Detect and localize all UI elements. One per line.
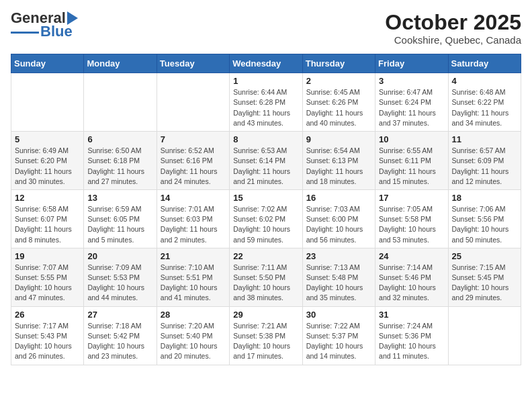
day-info-12: Sunrise: 6:58 AM Sunset: 6:07 PM Dayligh… <box>15 204 80 245</box>
day-number-14: 14 <box>161 193 226 203</box>
day-number-17: 17 <box>379 193 444 203</box>
day-cell-14: 14Sunrise: 7:01 AM Sunset: 6:03 PM Dayli… <box>157 189 229 248</box>
day-number-18: 18 <box>452 193 517 203</box>
day-cell-9: 9Sunrise: 6:54 AM Sunset: 6:13 PM Daylig… <box>302 132 375 190</box>
day-cell-12: 12Sunrise: 6:58 AM Sunset: 6:07 PM Dayli… <box>11 189 84 248</box>
day-info-24: Sunrise: 7:14 AM Sunset: 5:46 PM Dayligh… <box>379 263 444 304</box>
day-number-3: 3 <box>379 76 444 86</box>
day-info-9: Sunrise: 6:54 AM Sunset: 6:13 PM Dayligh… <box>306 146 371 187</box>
header-tuesday: Tuesday <box>157 54 229 73</box>
location-subtitle: Cookshire, Quebec, Canada <box>385 34 521 46</box>
day-number-20: 20 <box>87 251 152 261</box>
header-wednesday: Wednesday <box>230 54 302 73</box>
month-title: October 2025 <box>385 11 521 34</box>
day-number-11: 11 <box>452 134 517 144</box>
header-saturday: Saturday <box>448 54 521 73</box>
day-cell-10: 10Sunrise: 6:55 AM Sunset: 6:11 PM Dayli… <box>375 132 448 190</box>
day-cell-2: 2Sunrise: 6:45 AM Sunset: 6:26 PM Daylig… <box>302 73 375 132</box>
day-cell-4: 4Sunrise: 6:48 AM Sunset: 6:22 PM Daylig… <box>448 73 521 132</box>
day-cell-11: 11Sunrise: 6:57 AM Sunset: 6:09 PM Dayli… <box>448 132 521 190</box>
day-cell-22: 22Sunrise: 7:11 AM Sunset: 5:50 PM Dayli… <box>230 248 302 306</box>
day-cell-13: 13Sunrise: 6:59 AM Sunset: 6:05 PM Dayli… <box>84 189 157 248</box>
day-info-5: Sunrise: 6:49 AM Sunset: 6:20 PM Dayligh… <box>15 146 80 187</box>
logo-line <box>11 32 39 34</box>
day-info-15: Sunrise: 7:02 AM Sunset: 6:02 PM Dayligh… <box>233 204 298 245</box>
day-number-21: 21 <box>161 251 226 261</box>
day-number-29: 29 <box>233 310 298 320</box>
week-row-3: 12Sunrise: 6:58 AM Sunset: 6:07 PM Dayli… <box>11 189 521 248</box>
day-cell-29: 29Sunrise: 7:21 AM Sunset: 5:38 PM Dayli… <box>230 306 302 365</box>
day-info-2: Sunrise: 6:45 AM Sunset: 6:26 PM Dayligh… <box>306 87 371 128</box>
day-cell-8: 8Sunrise: 6:53 AM Sunset: 6:14 PM Daylig… <box>230 132 302 190</box>
day-number-10: 10 <box>379 134 444 144</box>
day-number-23: 23 <box>306 251 371 261</box>
day-number-26: 26 <box>15 310 80 320</box>
day-number-8: 8 <box>233 134 298 144</box>
day-number-25: 25 <box>452 251 517 261</box>
day-info-6: Sunrise: 6:50 AM Sunset: 6:18 PM Dayligh… <box>87 146 152 187</box>
day-number-28: 28 <box>161 310 226 320</box>
day-info-7: Sunrise: 6:52 AM Sunset: 6:16 PM Dayligh… <box>161 146 226 187</box>
logo-blue-text: Blue <box>40 24 73 39</box>
empty-cell <box>157 73 229 132</box>
day-info-16: Sunrise: 7:03 AM Sunset: 6:00 PM Dayligh… <box>306 204 371 245</box>
day-info-30: Sunrise: 7:22 AM Sunset: 5:37 PM Dayligh… <box>306 321 371 362</box>
day-cell-7: 7Sunrise: 6:52 AM Sunset: 6:16 PM Daylig… <box>157 132 229 190</box>
day-cell-26: 26Sunrise: 7:17 AM Sunset: 5:43 PM Dayli… <box>11 306 84 365</box>
week-row-2: 5Sunrise: 6:49 AM Sunset: 6:20 PM Daylig… <box>11 132 521 190</box>
day-info-20: Sunrise: 7:09 AM Sunset: 5:53 PM Dayligh… <box>87 263 152 304</box>
week-row-1: 1Sunrise: 6:44 AM Sunset: 6:28 PM Daylig… <box>11 73 521 132</box>
day-info-25: Sunrise: 7:15 AM Sunset: 5:45 PM Dayligh… <box>452 263 517 304</box>
day-number-24: 24 <box>379 251 444 261</box>
day-number-5: 5 <box>15 134 80 144</box>
day-number-15: 15 <box>233 193 298 203</box>
day-number-22: 22 <box>233 251 298 261</box>
day-info-14: Sunrise: 7:01 AM Sunset: 6:03 PM Dayligh… <box>161 204 226 245</box>
day-cell-25: 25Sunrise: 7:15 AM Sunset: 5:45 PM Dayli… <box>448 248 521 306</box>
empty-cell <box>448 306 521 365</box>
day-cell-28: 28Sunrise: 7:20 AM Sunset: 5:40 PM Dayli… <box>157 306 229 365</box>
day-info-27: Sunrise: 7:18 AM Sunset: 5:42 PM Dayligh… <box>87 321 152 362</box>
header-thursday: Thursday <box>302 54 375 73</box>
day-info-11: Sunrise: 6:57 AM Sunset: 6:09 PM Dayligh… <box>452 146 517 187</box>
day-number-16: 16 <box>306 193 371 203</box>
day-number-13: 13 <box>87 193 152 203</box>
day-cell-18: 18Sunrise: 7:06 AM Sunset: 5:56 PM Dayli… <box>448 189 521 248</box>
day-cell-15: 15Sunrise: 7:02 AM Sunset: 6:02 PM Dayli… <box>230 189 302 248</box>
day-number-4: 4 <box>452 76 517 86</box>
header-friday: Friday <box>375 54 448 73</box>
week-row-4: 19Sunrise: 7:07 AM Sunset: 5:55 PM Dayli… <box>11 248 521 306</box>
day-info-19: Sunrise: 7:07 AM Sunset: 5:55 PM Dayligh… <box>15 263 80 304</box>
day-info-8: Sunrise: 6:53 AM Sunset: 6:14 PM Dayligh… <box>233 146 298 187</box>
day-number-1: 1 <box>233 76 298 86</box>
empty-cell <box>84 73 157 132</box>
title-section: October 2025 Cookshire, Quebec, Canada <box>385 11 521 46</box>
week-row-5: 26Sunrise: 7:17 AM Sunset: 5:43 PM Dayli… <box>11 306 521 365</box>
day-info-26: Sunrise: 7:17 AM Sunset: 5:43 PM Dayligh… <box>15 321 80 362</box>
day-info-18: Sunrise: 7:06 AM Sunset: 5:56 PM Dayligh… <box>452 204 517 245</box>
day-cell-31: 31Sunrise: 7:24 AM Sunset: 5:36 PM Dayli… <box>375 306 448 365</box>
day-number-9: 9 <box>306 134 371 144</box>
day-number-19: 19 <box>15 251 80 261</box>
day-info-4: Sunrise: 6:48 AM Sunset: 6:22 PM Dayligh… <box>452 87 517 128</box>
header-monday: Monday <box>84 54 157 73</box>
day-info-13: Sunrise: 6:59 AM Sunset: 6:05 PM Dayligh… <box>87 204 152 245</box>
day-cell-1: 1Sunrise: 6:44 AM Sunset: 6:28 PM Daylig… <box>230 73 302 132</box>
day-info-31: Sunrise: 7:24 AM Sunset: 5:36 PM Dayligh… <box>379 321 444 362</box>
day-info-22: Sunrise: 7:11 AM Sunset: 5:50 PM Dayligh… <box>233 263 298 304</box>
day-info-1: Sunrise: 6:44 AM Sunset: 6:28 PM Dayligh… <box>233 87 298 128</box>
day-number-2: 2 <box>306 76 371 86</box>
day-cell-17: 17Sunrise: 7:05 AM Sunset: 5:58 PM Dayli… <box>375 189 448 248</box>
page-header: General Blue October 2025 Cookshire, Que… <box>11 11 521 46</box>
day-number-6: 6 <box>87 134 152 144</box>
calendar-table: SundayMondayTuesdayWednesdayThursdayFrid… <box>11 54 521 365</box>
day-cell-23: 23Sunrise: 7:13 AM Sunset: 5:48 PM Dayli… <box>302 248 375 306</box>
logo: General Blue <box>11 11 78 39</box>
day-cell-19: 19Sunrise: 7:07 AM Sunset: 5:55 PM Dayli… <box>11 248 84 306</box>
day-number-27: 27 <box>87 310 152 320</box>
day-number-31: 31 <box>379 310 444 320</box>
day-cell-24: 24Sunrise: 7:14 AM Sunset: 5:46 PM Dayli… <box>375 248 448 306</box>
empty-cell <box>11 73 84 132</box>
day-cell-21: 21Sunrise: 7:10 AM Sunset: 5:51 PM Dayli… <box>157 248 229 306</box>
day-cell-3: 3Sunrise: 6:47 AM Sunset: 6:24 PM Daylig… <box>375 73 448 132</box>
